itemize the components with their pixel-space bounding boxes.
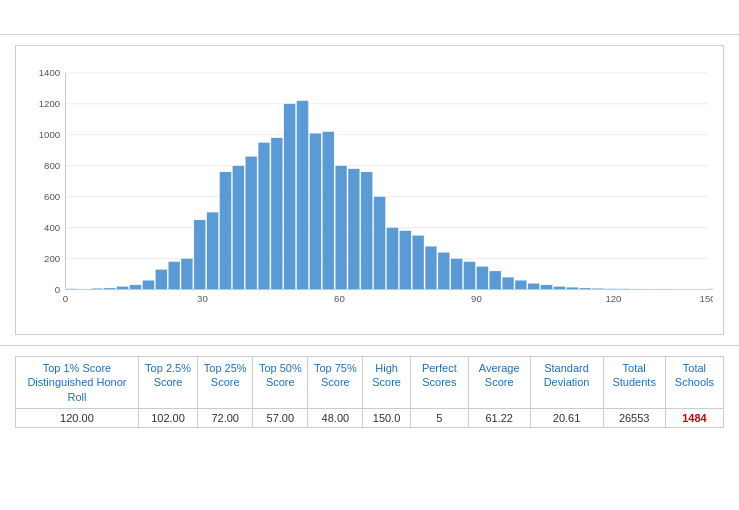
chart-container: 0 200 400 600 800 1000 1200 1400 0 30 60… bbox=[15, 45, 724, 335]
col-value-7: 61.22 bbox=[468, 408, 530, 427]
col-value-5: 150.0 bbox=[363, 408, 410, 427]
col-value-1: 102.00 bbox=[138, 408, 197, 427]
chart-inner: 0 200 400 600 800 1000 1200 1400 0 30 60… bbox=[28, 62, 713, 322]
col-header-7: Average Score bbox=[468, 357, 530, 409]
chart-section: 0 200 400 600 800 1000 1200 1400 0 30 60… bbox=[0, 35, 739, 346]
svg-text:1200: 1200 bbox=[39, 98, 61, 109]
chart-area: 0 200 400 600 800 1000 1200 1400 0 30 60… bbox=[26, 62, 713, 322]
col-header-0: Top 1% Score Distinguished Honor Roll bbox=[16, 357, 139, 409]
svg-text:1000: 1000 bbox=[39, 129, 61, 140]
col-header-8: Standard Deviation bbox=[530, 357, 603, 409]
stats-table: Top 1% Score Distinguished Honor RollTop… bbox=[15, 356, 724, 428]
col-value-8: 20.61 bbox=[530, 408, 603, 427]
col-header-3: Top 50% Score bbox=[253, 357, 308, 409]
svg-text:0: 0 bbox=[55, 284, 61, 295]
col-header-5: High Score bbox=[363, 357, 410, 409]
col-value-2: 72.00 bbox=[198, 408, 253, 427]
svg-text:800: 800 bbox=[44, 160, 61, 171]
svg-text:400: 400 bbox=[44, 222, 61, 233]
col-header-2: Top 25% Score bbox=[198, 357, 253, 409]
col-value-3: 57.00 bbox=[253, 408, 308, 427]
table-section: Top 1% Score Distinguished Honor RollTop… bbox=[0, 346, 739, 438]
svg-text:200: 200 bbox=[44, 253, 61, 264]
col-header-1: Top 2.5% Score bbox=[138, 357, 197, 409]
col-value-6: 5 bbox=[410, 408, 468, 427]
page-header bbox=[0, 0, 739, 35]
y-axis-label bbox=[26, 62, 28, 322]
col-header-9: Total Students bbox=[603, 357, 665, 409]
svg-text:600: 600 bbox=[44, 191, 61, 202]
col-header-6: Perfect Scores bbox=[410, 357, 468, 409]
col-value-9: 26553 bbox=[603, 408, 665, 427]
col-value-4: 48.00 bbox=[308, 408, 363, 427]
col-value-0: 120.00 bbox=[16, 408, 139, 427]
svg-text:1400: 1400 bbox=[39, 67, 61, 78]
col-header-4: Top 75% Score bbox=[308, 357, 363, 409]
col-header-10: Total Schools bbox=[665, 357, 723, 409]
col-value-10: 1484 bbox=[665, 408, 723, 427]
